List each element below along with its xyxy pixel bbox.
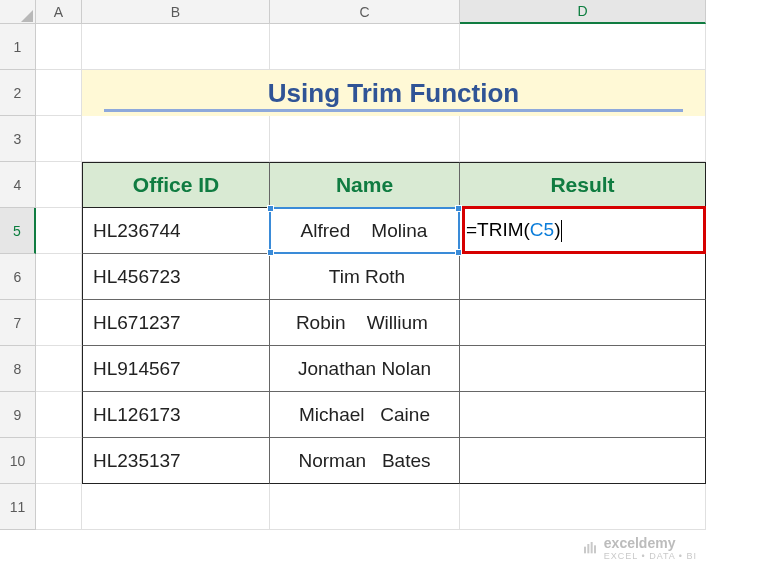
header-result[interactable]: Result: [460, 162, 706, 208]
cell-B10[interactable]: HL235137: [82, 438, 270, 484]
watermark-brand: exceldemy: [604, 535, 676, 551]
cell-A9[interactable]: [36, 392, 82, 438]
cell-C9-text: Michael Caine: [294, 404, 436, 426]
cell-B8[interactable]: HL914567: [82, 346, 270, 392]
svg-rect-3: [594, 545, 596, 553]
header-office-id[interactable]: Office ID: [82, 162, 270, 208]
cell-C6-text: Tim Roth: [324, 266, 405, 288]
row-head-8[interactable]: 8: [0, 346, 36, 392]
cell-B5-text: HL236744: [89, 220, 181, 242]
col-head-D[interactable]: D: [460, 0, 706, 24]
cell-C5[interactable]: Alfred Molina: [270, 208, 460, 254]
cell-B5[interactable]: HL236744: [82, 208, 270, 254]
cell-C8[interactable]: Jonathan Nolan: [270, 346, 460, 392]
row-head-2[interactable]: 2: [0, 70, 36, 116]
row-head-9[interactable]: 9: [0, 392, 36, 438]
cell-B9[interactable]: HL126173: [82, 392, 270, 438]
svg-rect-0: [584, 547, 586, 554]
row-head-10[interactable]: 10: [0, 438, 36, 484]
row-head-6[interactable]: 6: [0, 254, 36, 300]
cell-B7[interactable]: HL671237: [82, 300, 270, 346]
cell-C7[interactable]: Robin Willium: [270, 300, 460, 346]
cell-A3[interactable]: [36, 116, 82, 162]
cell-A6[interactable]: [36, 254, 82, 300]
cell-B8-text: HL914567: [89, 358, 181, 380]
cell-A5[interactable]: [36, 208, 82, 254]
cell-C1[interactable]: [270, 24, 460, 70]
cell-D6[interactable]: [460, 254, 706, 300]
cell-B3[interactable]: [82, 116, 270, 162]
cell-C10[interactable]: Norman Bates: [270, 438, 460, 484]
cell-C3[interactable]: [270, 116, 460, 162]
cell-C10-text: Norman Bates: [299, 450, 431, 472]
row-head-11[interactable]: 11: [0, 484, 36, 530]
cell-C9[interactable]: Michael Caine: [270, 392, 460, 438]
cell-B6[interactable]: HL456723: [82, 254, 270, 300]
row-head-7[interactable]: 7: [0, 300, 36, 346]
title-text: Using Trim Function: [268, 78, 519, 109]
row-head-1[interactable]: 1: [0, 24, 36, 70]
title-underline: [104, 109, 683, 112]
cell-C11[interactable]: [270, 484, 460, 530]
header-name[interactable]: Name: [270, 162, 460, 208]
svg-rect-1: [587, 544, 589, 553]
cell-A8[interactable]: [36, 346, 82, 392]
col-head-C[interactable]: C: [270, 0, 460, 24]
formula-text: =TRIM(C5): [466, 219, 562, 242]
spreadsheet-grid[interactable]: A B C D 1 2 Using Trim Function 3 4 Offi…: [0, 0, 767, 530]
col-head-A[interactable]: A: [36, 0, 82, 24]
cell-A11[interactable]: [36, 484, 82, 530]
cell-A4[interactable]: [36, 162, 82, 208]
cell-D9[interactable]: [460, 392, 706, 438]
cell-D10[interactable]: [460, 438, 706, 484]
cell-D5[interactable]: =TRIM(C5): [460, 208, 706, 254]
cell-B6-text: HL456723: [89, 266, 181, 288]
cell-C7-text: Robin Willium: [296, 312, 433, 334]
cell-D3[interactable]: [460, 116, 706, 162]
col-head-B[interactable]: B: [82, 0, 270, 24]
row-head-3[interactable]: 3: [0, 116, 36, 162]
cell-D1[interactable]: [460, 24, 706, 70]
text-cursor: [561, 220, 562, 242]
cell-A1[interactable]: [36, 24, 82, 70]
cell-A10[interactable]: [36, 438, 82, 484]
cell-A2[interactable]: [36, 70, 82, 116]
cell-B9-text: HL126173: [89, 404, 181, 426]
svg-rect-2: [590, 542, 592, 553]
watermark-icon: [582, 540, 598, 556]
cell-C5-text: Alfred Molina: [296, 220, 432, 242]
watermark-tagline: EXCEL • DATA • BI: [604, 551, 697, 561]
cell-D11[interactable]: [460, 484, 706, 530]
cell-C6[interactable]: Tim Roth: [270, 254, 460, 300]
cell-B11[interactable]: [82, 484, 270, 530]
cell-B1[interactable]: [82, 24, 270, 70]
row-head-5[interactable]: 5: [0, 208, 36, 254]
watermark: exceldemy EXCEL • DATA • BI: [582, 535, 697, 561]
cell-D7[interactable]: [460, 300, 706, 346]
cell-B10-text: HL235137: [89, 450, 181, 472]
cell-B7-text: HL671237: [89, 312, 181, 334]
select-all-corner[interactable]: [0, 0, 36, 24]
row-head-4[interactable]: 4: [0, 162, 36, 208]
cell-A7[interactable]: [36, 300, 82, 346]
title-cell[interactable]: Using Trim Function: [82, 70, 706, 116]
cell-C8-text: Jonathan Nolan: [298, 358, 431, 380]
cell-D8[interactable]: [460, 346, 706, 392]
